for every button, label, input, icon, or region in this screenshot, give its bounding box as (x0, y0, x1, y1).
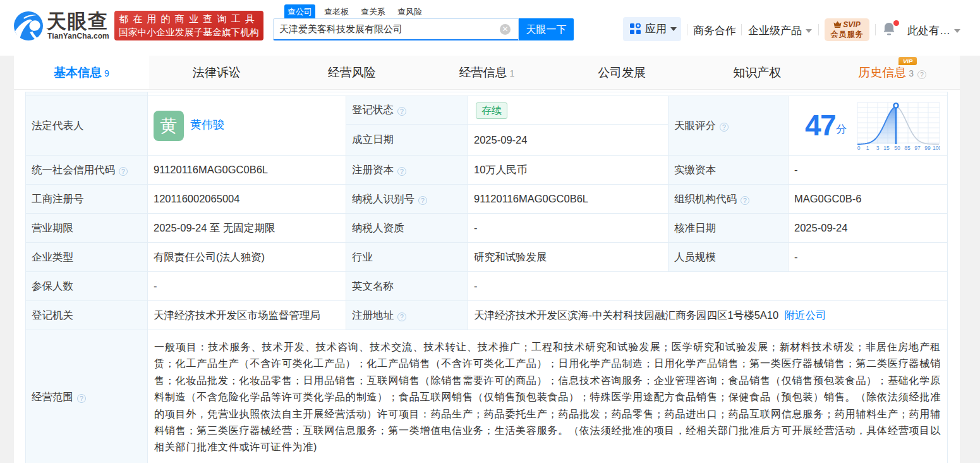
svg-text:1: 1 (866, 145, 869, 151)
svg-text:50: 50 (894, 145, 900, 151)
svg-text:15: 15 (883, 145, 890, 151)
svg-text:100: 100 (933, 145, 940, 151)
svg-text:97: 97 (914, 145, 921, 151)
svg-text:3: 3 (876, 145, 880, 151)
svg-text:85: 85 (904, 145, 910, 151)
svg-text:99: 99 (924, 145, 931, 151)
svg-text:0: 0 (857, 145, 861, 151)
